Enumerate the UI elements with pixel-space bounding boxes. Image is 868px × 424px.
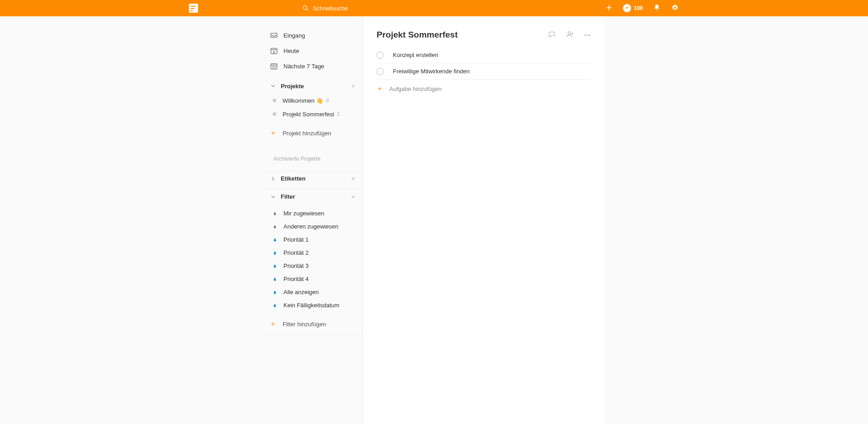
filter-item[interactable]: Alle anzeigen [264, 286, 363, 299]
sidebar: Eingang 2 Heute Nächste 7 Tage [264, 16, 363, 424]
project-label: Projekt Sommerfest [283, 111, 334, 118]
droplet-icon [273, 263, 277, 269]
filter-item[interactable]: Priorität 1 [264, 233, 363, 246]
project-label: Willkommen 👋 [283, 97, 323, 104]
plus-icon[interactable] [350, 176, 356, 182]
add-filter-button[interactable]: Filter hinzufügen [264, 315, 363, 333]
plus-icon [270, 321, 276, 327]
filter-label: Mir zugewiesen [283, 210, 324, 217]
plus-icon[interactable] [350, 83, 356, 89]
more-options-button[interactable] [584, 30, 591, 40]
filter-label: Priorität 4 [283, 276, 309, 282]
filter-item[interactable]: Anderen zugewiesen [264, 220, 363, 233]
calendar-today-icon: 2 [270, 47, 278, 55]
filter-item[interactable]: Priorität 4 [264, 272, 363, 286]
section-projects[interactable]: Projekte [264, 78, 363, 94]
task-row[interactable]: Freiwiliige Mitwirkende finden [377, 63, 591, 80]
search-icon [302, 5, 309, 12]
section-filters[interactable]: Filter [264, 189, 363, 204]
droplet-icon [273, 250, 277, 256]
notifications-button[interactable] [653, 4, 661, 13]
search-button[interactable]: Schnellsuche [302, 5, 348, 12]
chevron-right-icon [270, 176, 276, 182]
project-count: 8 [326, 98, 329, 103]
karma-button[interactable]: 100 [623, 4, 643, 12]
task-row[interactable]: Konzept erstellen [377, 47, 591, 63]
svg-point-0 [303, 6, 307, 10]
filter-label: Alle anzeigen [283, 289, 319, 295]
nav-label: Nächste 7 Tage [283, 63, 324, 70]
gear-icon [671, 4, 679, 12]
project-color-dot [273, 112, 276, 116]
comments-button[interactable] [548, 30, 556, 40]
inbox-icon [270, 31, 278, 39]
settings-button[interactable] [671, 4, 679, 13]
droplet-icon [273, 290, 277, 295]
filter-label: Priorität 2 [283, 249, 309, 256]
svg-point-16 [275, 67, 276, 68]
chevron-down-icon [270, 83, 276, 89]
filter-item[interactable]: Priorität 3 [264, 259, 363, 272]
svg-point-11 [272, 66, 273, 67]
task-label: Freiwiliige Mitwirkende finden [393, 68, 470, 75]
add-project-button[interactable]: Projekt hinzufügen [264, 124, 363, 142]
add-person-icon [566, 30, 574, 38]
quick-add-button[interactable] [605, 4, 613, 13]
section-title: Etiketten [281, 175, 306, 182]
karma-score: 100 [634, 5, 643, 11]
main-content: Projekt Sommerfest Konzept erstellen Fre… [363, 16, 604, 424]
app-logo[interactable] [189, 4, 198, 13]
share-button[interactable] [566, 30, 574, 40]
add-task-label: Aufgabe hinzufügen [389, 86, 442, 92]
nav-next7[interactable]: Nächste 7 Tage [264, 58, 363, 74]
filter-label: Kein Fälligkeitsdatum [283, 302, 340, 309]
nav-label: Heute [283, 48, 299, 54]
nav-label: Eingang [283, 32, 305, 39]
section-title: Filter [281, 193, 295, 200]
comment-icon [548, 30, 556, 38]
section-title: Projekte [281, 83, 304, 90]
nav-inbox[interactable]: Eingang [264, 28, 363, 43]
plus-icon [377, 86, 383, 92]
add-task-button[interactable]: Aufgabe hinzufügen [377, 80, 591, 98]
svg-point-27 [568, 32, 571, 34]
topbar: Schnellsuche 100 [0, 0, 868, 16]
section-labels[interactable]: Etiketten [264, 171, 363, 186]
droplet-icon [273, 224, 277, 229]
svg-point-12 [274, 66, 274, 67]
plus-icon [605, 4, 613, 12]
calendar-week-icon [270, 62, 278, 70]
svg-text:2: 2 [273, 51, 275, 53]
archived-projects-link[interactable]: Archivierte Projekte [264, 150, 363, 168]
svg-point-5 [674, 6, 676, 9]
plus-icon[interactable] [350, 194, 356, 200]
svg-line-1 [307, 9, 308, 10]
karma-icon [623, 4, 631, 12]
droplet-icon [273, 276, 277, 282]
project-title: Projekt Sommerfest [377, 30, 458, 40]
add-filter-label: Filter hinzufügen [283, 321, 326, 328]
add-project-label: Projekt hinzufügen [283, 130, 331, 137]
nav-today[interactable]: 2 Heute [264, 43, 363, 58]
droplet-icon [273, 211, 277, 216]
filter-item[interactable]: Kein Fälligkeitsdatum [264, 299, 363, 312]
task-checkbox[interactable] [377, 52, 384, 59]
svg-point-14 [272, 67, 273, 68]
project-item[interactable]: Willkommen 👋 8 [264, 94, 363, 107]
bell-icon [653, 4, 661, 12]
task-checkbox[interactable] [377, 68, 384, 75]
filter-item[interactable]: Mir zugewiesen [264, 207, 363, 220]
filter-item[interactable]: Priorität 2 [264, 246, 363, 259]
droplet-icon [273, 237, 277, 243]
filter-label: Priorität 1 [283, 236, 309, 243]
chevron-down-icon [270, 194, 276, 200]
plus-icon [270, 130, 276, 136]
svg-point-15 [274, 67, 274, 68]
project-count: 2 [337, 111, 340, 117]
filter-label: Anderen zugewiesen [283, 223, 338, 230]
search-placeholder: Schnellsuche [313, 5, 348, 12]
droplet-icon [273, 303, 277, 308]
task-label: Konzept erstellen [393, 52, 438, 58]
filter-label: Priorität 3 [283, 262, 309, 269]
project-item[interactable]: Projekt Sommerfest 2 [264, 107, 363, 121]
